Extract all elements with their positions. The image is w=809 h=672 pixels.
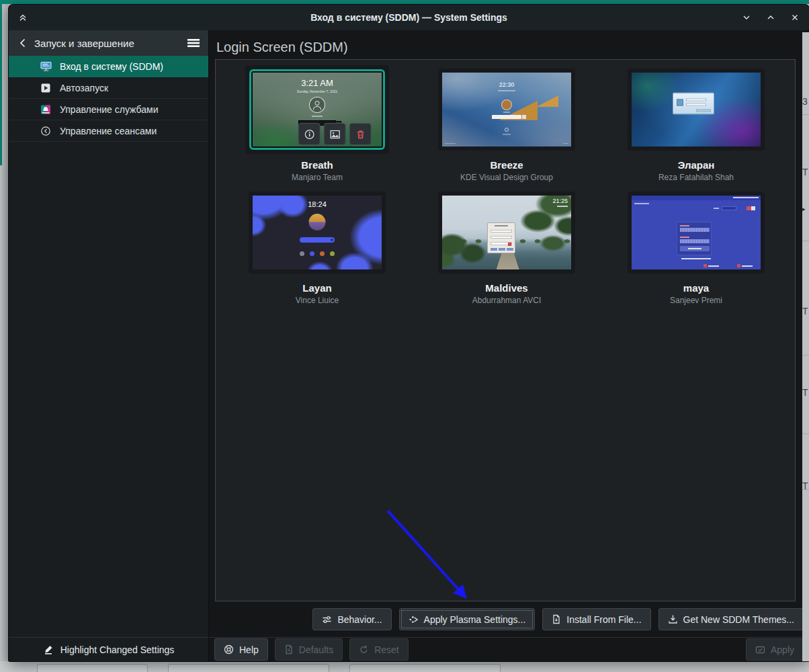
page-title: Login Screen (SDDM) bbox=[216, 40, 348, 55]
background-text-fragment: Т bbox=[802, 167, 809, 177]
titlebar[interactable]: Вход в систему (SDDM) — System Settings bbox=[9, 5, 809, 30]
content-area: Login Screen (SDDM) 3:21 AM Sunday, Nove… bbox=[209, 30, 809, 661]
theme-author: Sanjeev Premi bbox=[615, 296, 777, 305]
theme-tile: 21:25 bbox=[438, 192, 575, 274]
theme-preview-breeze[interactable]: 22:30 bbox=[442, 73, 571, 146]
theme-preview-breath[interactable]: 3:21 AM Sunday, November 7, 2021 bbox=[253, 73, 382, 146]
theme-tile: 3:21 AM Sunday, November 7, 2021 bbox=[245, 65, 389, 154]
theme-name: Эларан bbox=[615, 159, 777, 171]
window-controls bbox=[742, 13, 800, 22]
behavior-button[interactable]: Behavior... bbox=[312, 608, 391, 630]
theme-author: Vince Liuice bbox=[237, 296, 398, 305]
background-text-fragment: ▸ bbox=[802, 204, 809, 214]
selection-frame: 3:21 AM Sunday, November 7, 2021 bbox=[249, 69, 385, 150]
system-settings-window: Вход в систему (SDDM) — System Settings bbox=[9, 5, 809, 661]
theme-preview-elarun[interactable] bbox=[632, 73, 761, 146]
preview-clock: 18:24 bbox=[253, 200, 382, 208]
theme-card-maldives[interactable]: 21:25 Maldives Abdurrahman AVCI bbox=[426, 192, 587, 305]
apply-label: Apply bbox=[771, 644, 794, 655]
get-new-sddm-themes-button[interactable]: Get New SDDM Themes... bbox=[658, 608, 804, 630]
preview-login-box bbox=[673, 93, 714, 115]
defaults-button[interactable]: Defaults bbox=[275, 638, 343, 661]
sidebar: Запуск и завершение Вход в систему (SDDM… bbox=[9, 30, 209, 661]
apply-plasma-settings-label: Apply Plasma Settings... bbox=[424, 614, 526, 625]
theme-name: Breeze bbox=[426, 159, 587, 171]
reset-label: Reset bbox=[374, 644, 399, 655]
sidebar-item-autostart[interactable]: Автозапуск bbox=[9, 77, 208, 99]
close-icon[interactable] bbox=[790, 13, 800, 22]
preview-session-icons bbox=[300, 251, 335, 256]
theme-author: Abdurrahman AVCI bbox=[426, 296, 587, 305]
plasma-apply-icon bbox=[409, 615, 419, 624]
preview-date: Sunday, November 7, 2021 bbox=[253, 89, 382, 93]
sidebar-item-session-management[interactable]: Управление сеансами bbox=[9, 120, 208, 142]
background-top-strip bbox=[0, 0, 809, 4]
background-services-icon bbox=[40, 104, 52, 115]
sidebar-title: Запуск и завершение bbox=[34, 38, 180, 49]
background-button-shape bbox=[168, 664, 329, 672]
get-new-icon bbox=[668, 614, 678, 624]
autostart-icon bbox=[40, 83, 52, 93]
sidebar-item-login-screen-sddm[interactable]: Вход в систему (SDDM) bbox=[9, 56, 208, 77]
background-button-shape bbox=[349, 664, 501, 672]
behavior-label: Behavior... bbox=[337, 614, 382, 625]
theme-preview-maya[interactable] bbox=[632, 196, 761, 269]
preview-clock: 22:30 bbox=[442, 81, 571, 88]
defaults-icon bbox=[284, 644, 294, 655]
theme-name: Breath bbox=[237, 159, 398, 171]
background-button-shape bbox=[37, 664, 148, 672]
sddm-monitor-icon bbox=[40, 61, 52, 72]
theme-card-elarun[interactable]: Эларан Reza Fatahilah Shah bbox=[615, 69, 777, 182]
theme-wallpaper-button[interactable] bbox=[324, 123, 346, 145]
minimize-icon[interactable] bbox=[742, 13, 751, 22]
background-teal-sliver bbox=[0, 4, 2, 165]
sidebar-item-background-services[interactable]: Управление службами bbox=[9, 99, 208, 120]
theme-author: Manjaro Team bbox=[237, 173, 398, 182]
highlighter-icon bbox=[43, 643, 54, 657]
theme-hover-actions bbox=[298, 123, 372, 145]
preview-login-form bbox=[677, 222, 712, 255]
help-button[interactable]: Help bbox=[214, 638, 268, 661]
theme-preview-maldives[interactable]: 21:25 bbox=[442, 196, 571, 269]
theme-tile bbox=[628, 69, 765, 151]
preview-clock: 21:25 bbox=[552, 198, 568, 204]
theme-card-breath[interactable]: 3:21 AM Sunday, November 7, 2021 bbox=[237, 65, 398, 182]
theme-card-layan[interactable]: 18:24 Layan Vince Liuice bbox=[237, 192, 398, 305]
theme-card-maya[interactable]: maya Sanjeev Premi bbox=[615, 192, 777, 305]
apply-plasma-settings-button[interactable]: Apply Plasma Settings... bbox=[399, 608, 536, 630]
theme-grid: 3:21 AM Sunday, November 7, 2021 bbox=[215, 59, 796, 601]
content-footer: Help Defaults Reset Apply bbox=[209, 637, 809, 661]
back-icon[interactable] bbox=[18, 38, 28, 48]
install-from-file-button[interactable]: Install From File... bbox=[542, 608, 650, 630]
window-title: Вход в систему (SDDM) — System Settings bbox=[9, 12, 809, 23]
help-label: Help bbox=[239, 644, 259, 655]
menu-icon[interactable] bbox=[187, 38, 200, 48]
preview-avatar bbox=[309, 214, 326, 230]
preview-avatar bbox=[309, 97, 325, 113]
theme-delete-button[interactable] bbox=[349, 123, 372, 145]
background-left-strip bbox=[0, 4, 9, 672]
apply-button[interactable]: Apply bbox=[746, 638, 804, 661]
preview-login-box bbox=[487, 222, 515, 253]
sidebar-item-label: Автозапуск bbox=[60, 83, 108, 93]
theme-name: maya bbox=[615, 282, 777, 294]
screen: Вход в систему (SDDM) — System Settings bbox=[0, 0, 809, 672]
get-new-sddm-themes-label: Get New SDDM Themes... bbox=[683, 614, 794, 625]
behavior-icon bbox=[322, 615, 332, 624]
theme-name: Layan bbox=[237, 282, 398, 294]
install-file-icon bbox=[552, 614, 561, 624]
theme-preview-layan[interactable]: 18:24 bbox=[253, 196, 382, 269]
highlight-changed-settings-button[interactable]: Highlight Changed Settings bbox=[9, 637, 208, 661]
theme-tile: 18:24 bbox=[249, 192, 386, 274]
highlight-changed-settings-label: Highlight Changed Settings bbox=[60, 644, 175, 655]
session-management-icon bbox=[40, 126, 52, 136]
background-text-fragment: Т bbox=[802, 306, 809, 316]
reset-button[interactable]: Reset bbox=[349, 638, 409, 661]
theme-author: Reza Fatahilah Shah bbox=[615, 173, 777, 182]
theme-action-bar: Behavior... Apply Plasma Settings... Ins… bbox=[312, 608, 804, 630]
theme-card-breeze[interactable]: 22:30 Breeze bbox=[426, 69, 587, 182]
theme-info-button[interactable] bbox=[298, 123, 321, 145]
maximize-icon[interactable] bbox=[766, 13, 775, 22]
sidebar-item-label: Вход в систему (SDDM) bbox=[60, 61, 163, 72]
preview-user-icon bbox=[505, 128, 509, 132]
